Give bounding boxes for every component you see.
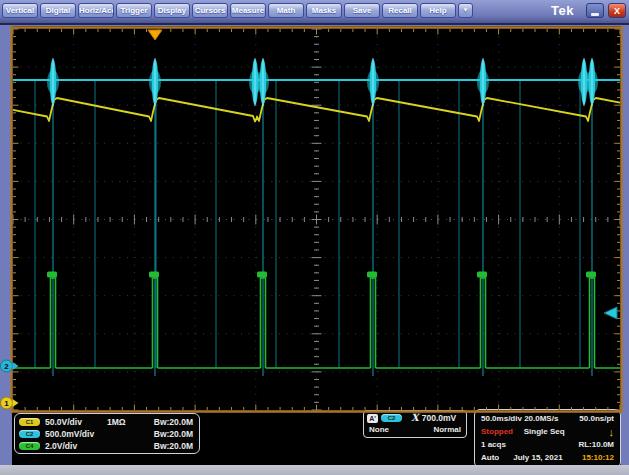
- menu-cursors[interactable]: Cursors: [192, 3, 228, 18]
- close-button[interactable]: X: [608, 3, 626, 18]
- menu-bar: Vertical Digital Horiz/Acq Trigger Displ…: [0, 0, 629, 25]
- c4-scale: 2.0V/div: [45, 441, 107, 451]
- c2-bandwidth: Bw:20.0M: [154, 429, 193, 439]
- time-readout: 15:10:12: [582, 453, 614, 462]
- trigger-holdoff: None: [369, 425, 389, 434]
- menu-trigger[interactable]: Trigger: [116, 3, 152, 18]
- channel-badge-c4[interactable]: C4: [19, 442, 40, 450]
- oscilloscope-window: Vertical Digital Horiz/Acq Trigger Displ…: [0, 0, 629, 475]
- c1-bandwidth: Bw:20.0M: [154, 417, 193, 427]
- menu-help[interactable]: Help: [420, 3, 456, 18]
- timebase-readout: 50.0ms/div 20.0MS/s: [481, 414, 558, 423]
- menu-vertical[interactable]: Vertical: [2, 3, 38, 18]
- window-bottom-edge: [0, 465, 629, 475]
- menu-masks[interactable]: Masks: [306, 3, 342, 18]
- trigger-a-badge: A': [367, 414, 378, 423]
- menu-digital[interactable]: Digital: [40, 3, 76, 18]
- channel-badge-c1[interactable]: C1: [19, 418, 40, 426]
- horizontal-readout-box[interactable]: 50.0ms/div 20.0MS/s 50.0ns/pt Stopped Si…: [474, 409, 621, 468]
- menu-horizacq[interactable]: Horiz/Acq: [78, 3, 114, 18]
- menu-recall[interactable]: Recall: [382, 3, 418, 18]
- minimize-icon: [591, 13, 599, 16]
- trigger-level-value: 700.0mV: [422, 413, 457, 423]
- single-seq-arrow-icon: ↓: [609, 427, 615, 437]
- svg-text:2: 2: [4, 362, 9, 371]
- c4-bandwidth: Bw:20.0M: [154, 441, 193, 451]
- channel-readout-box[interactable]: C1 50.0V/div 1MΩ Bw:20.0M C2 500.0mV/div…: [14, 413, 200, 454]
- record-length: RL:10.0M: [578, 440, 614, 449]
- display-panel: [12, 26, 621, 465]
- trigger-mode-auto: Auto: [481, 453, 499, 462]
- menu-math[interactable]: Math: [268, 3, 304, 18]
- channel-badge-c2[interactable]: C2: [19, 430, 40, 438]
- svg-text:1: 1: [4, 399, 9, 408]
- tek-logo: Tek: [551, 3, 584, 19]
- sequence-mode: Single Seq: [524, 427, 565, 436]
- trigger-readout-box[interactable]: A' C2 X 700.0mV None Normal: [363, 410, 467, 438]
- channel-row-c4[interactable]: C4 2.0V/div Bw:20.0M: [19, 440, 193, 452]
- c1-scale: 50.0V/div: [45, 417, 107, 427]
- c1-coupling: 1MΩ: [107, 417, 147, 427]
- trigger-source-badge[interactable]: C2: [381, 414, 402, 422]
- trigger-level-crossing-icon: X: [411, 413, 419, 423]
- trigger-summary-row: A' C2 X 700.0mV: [367, 412, 463, 424]
- minimize-button[interactable]: [586, 3, 604, 18]
- acquisition-state: Stopped: [481, 427, 513, 436]
- menu-more-dropdown-icon[interactable]: ▼: [458, 3, 473, 18]
- menu-measure[interactable]: Measure: [230, 3, 266, 18]
- c2-scale: 500.0mV/div: [45, 429, 107, 439]
- trigger-mode: Normal: [433, 425, 461, 434]
- trigger-mode-row: None Normal: [367, 424, 463, 434]
- sample-resolution: 50.0ns/pt: [579, 414, 614, 423]
- acquisition-count: 1 acqs: [481, 440, 506, 449]
- channel-row-c2[interactable]: C2 500.0mV/div Bw:20.0M: [19, 428, 193, 440]
- menu-display[interactable]: Display: [154, 3, 190, 18]
- channel-row-c1[interactable]: C1 50.0V/div 1MΩ Bw:20.0M: [19, 416, 193, 428]
- menu-save[interactable]: Save: [344, 3, 380, 18]
- date-readout: July 15, 2021: [513, 453, 562, 462]
- main-area: C1 50.0V/div 1MΩ Bw:20.0M C2 500.0mV/div…: [0, 25, 629, 465]
